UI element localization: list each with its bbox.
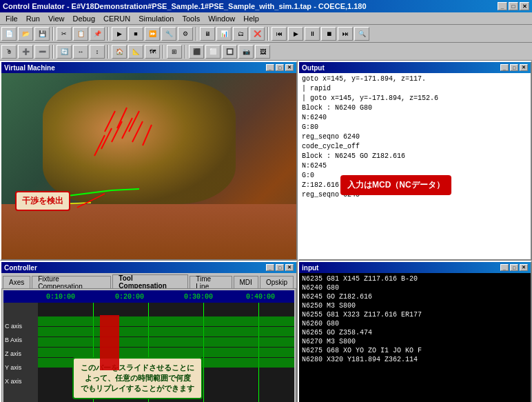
output-line-3: | goto x=145, y=-171.894, z=152.6 [302,94,528,103]
btn-extra1[interactable]: 🔍 [354,27,369,41]
tb2-btn14[interactable]: 📷 [238,45,254,59]
controller-panel-title: Controller _ □ ✕ [1,262,296,273]
output-line-5: N:6240 [302,113,528,123]
close-button[interactable]: ✕ [520,2,529,10]
play-button[interactable]: ▶ [288,27,303,41]
paste-button[interactable]: 📌 [90,27,105,41]
tab-mdi[interactable]: MDI [234,276,258,288]
tb2-btn6[interactable]: ↕ [90,45,105,59]
menu-simulation[interactable]: Simulation [134,13,178,24]
virtual-machine-panel: Virtual Machine _ □ ✕ [0,61,298,261]
tb2-btn13[interactable]: 🔲 [222,45,237,59]
menu-help[interactable]: Help [239,13,263,24]
tb2-btn1[interactable]: 🖱 [1,45,17,59]
input-maximize[interactable]: □ [510,264,518,271]
input-content[interactable]: N6235 G81 X145 Z117.616 B-20 N6240 G80 N… [299,273,531,402]
sep7 [163,45,164,59]
vm-maximize[interactable]: □ [276,64,284,71]
axis-x: X axis [5,374,37,388]
btn6[interactable]: 🔧 [161,27,176,41]
vm-content: 干渉を検出 [1,73,296,259]
ctrl-close[interactable]: ✕ [285,264,294,271]
btn9[interactable]: 📊 [216,27,232,41]
tb2-btn5[interactable]: ↔ [73,45,88,59]
tab-tool-comp[interactable]: Tool Compensation [112,274,188,288]
btn8[interactable]: 🖥 [200,27,215,41]
vm-minimize[interactable]: _ [266,64,274,71]
btn3[interactable]: ▶ [112,27,127,41]
ctrl-minimize[interactable]: _ [266,264,274,271]
vm-close[interactable]: ✕ [285,64,294,71]
vm-panel-title: Virtual Machine _ □ ✕ [1,62,296,73]
tb2-btn8[interactable]: 📐 [128,45,143,59]
maximize-button[interactable]: □ [509,2,518,10]
output-panel-title: Output _ □ ✕ [299,62,531,73]
tab-axes[interactable]: Axes [3,276,30,288]
mcd-callout: 入力はMCD（NCデータ） [340,175,451,195]
ctrl-maximize[interactable]: □ [276,264,284,271]
axis-b: B Axis [5,333,37,347]
output-minimize[interactable]: _ [500,64,509,71]
menu-file[interactable]: File [1,13,22,24]
menu-run[interactable]: Run [22,13,44,24]
btn10[interactable]: 🗂 [233,27,248,41]
output-close[interactable]: ✕ [520,64,528,71]
output-line-7: reg_seqno 6240 [302,132,528,142]
timeline-area[interactable]: C axis B Axis Z axis Y axis X axis [3,303,294,402]
tb2-btn3[interactable]: ➖ [34,45,50,59]
tb2-btn4[interactable]: 🔄 [57,45,72,59]
minimize-button[interactable]: _ [498,2,507,10]
interference-label: 干渉を検出 [22,196,63,205]
output-title-label: Output [302,64,325,72]
interference-callout: 干渉を検出 [15,191,70,211]
tb2-btn7[interactable]: 🏠 [112,45,127,59]
mcd-label: 入力はMCD（NCデータ） [347,180,444,190]
input-title-label: input [302,264,318,272]
output-maximize[interactable]: □ [510,64,518,71]
tab-fixture-comp[interactable]: Fixture Compensation [32,276,111,288]
tb2-btn15[interactable]: 🖼 [255,45,270,59]
menu-window[interactable]: Window [204,13,239,24]
input-line-4: N6250 M3 S800 [302,301,528,310]
input-line-1: N6235 G81 X145 Z117.616 B-20 [302,274,528,283]
new-button[interactable]: 📄 [1,27,17,41]
tab-timeline[interactable]: Time Line [190,276,232,288]
menu-bar: File Run View Debug CERUN Simulation Too… [0,12,532,25]
btn11[interactable]: ❌ [249,27,265,41]
scene-machine [43,80,236,204]
input-minimize[interactable]: _ [500,264,509,271]
pause-button[interactable]: ⏸ [305,27,320,41]
open-button[interactable]: 📂 [18,27,33,41]
btn4[interactable]: ■ [128,27,143,41]
input-close[interactable]: ✕ [520,264,528,271]
sep6 [108,45,109,59]
cut-button[interactable]: ✂ [57,27,72,41]
vm-title-buttons: _ □ ✕ [266,64,294,71]
tab-opskip[interactable]: Opskip [260,276,294,288]
menu-tools[interactable]: Tools [178,13,204,24]
fwd-button[interactable]: ⏭ [338,27,353,41]
rewind-button[interactable]: ⏮ [272,27,287,41]
output-content[interactable]: goto x=145, y=-171.894, z=117. | rapid |… [299,73,531,259]
save-button[interactable]: 💾 [34,27,50,41]
menu-view[interactable]: View [44,13,69,24]
selection-block[interactable] [100,315,119,370]
tb2-btn10[interactable]: ⊞ [167,45,182,59]
input-line-3: N6245 GO Z182.616 [302,292,528,301]
btn5[interactable]: ⏩ [145,27,160,41]
menu-cerun[interactable]: CERUN [99,13,134,24]
stop-button[interactable]: ⏹ [321,27,336,41]
menu-debug[interactable]: Debug [69,13,99,24]
input-title-buttons: _ □ ✕ [500,264,528,271]
copy-button[interactable]: 📋 [73,27,88,41]
tb2-btn12[interactable]: ⬜ [205,45,221,59]
axis-z: Z axis [5,347,37,361]
time-1: 0:10:00 [46,293,75,301]
tb2-btn11[interactable]: ⬛ [189,45,204,59]
btn7[interactable]: ⚙ [178,27,193,41]
tb2-btn9[interactable]: 🗺 [145,45,160,59]
tb2-btn2[interactable]: ➕ [18,45,33,59]
title-bar: Control Emulator - E#V18Demonstration#PS… [0,0,532,12]
output-line-2: | rapid [302,84,528,94]
input-panel: input _ □ ✕ N6235 G81 X145 Z117.616 B-20… [298,261,532,402]
